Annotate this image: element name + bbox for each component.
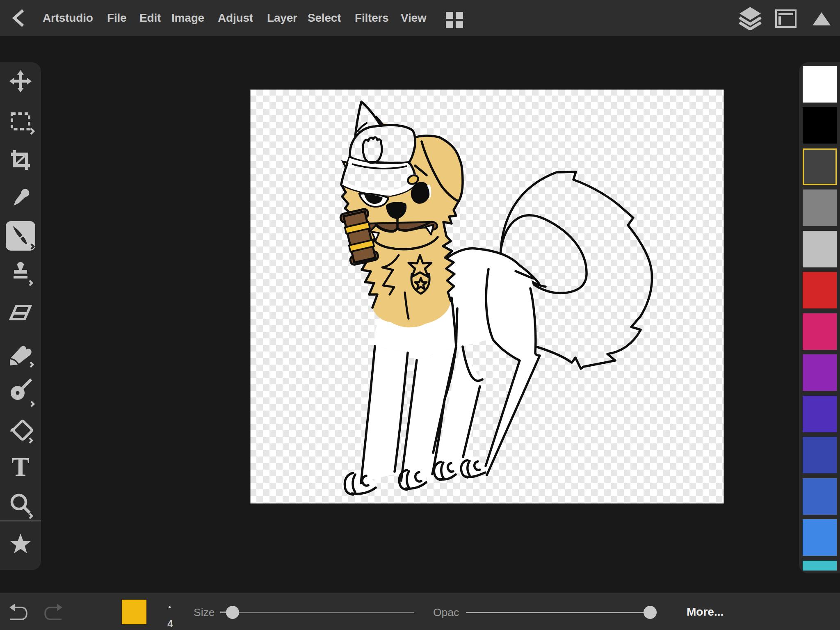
svg-text:T: T [11, 452, 30, 482]
